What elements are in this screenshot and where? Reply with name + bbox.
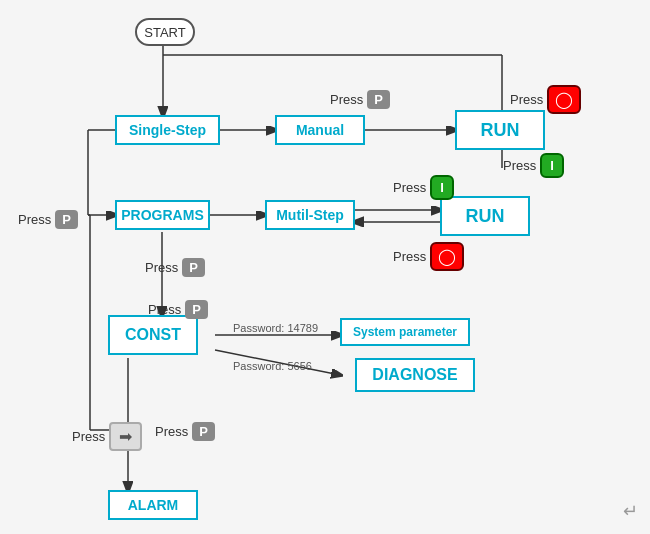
- manual-box: Manual: [275, 115, 365, 145]
- return-arrow: ↵: [623, 500, 638, 522]
- password-2: Password: 5656: [233, 360, 312, 372]
- run-mid-box: RUN: [440, 196, 530, 236]
- diagnose-box: DIAGNOSE: [355, 358, 475, 392]
- alarm-box: ALARM: [108, 490, 198, 520]
- p-button-left[interactable]: P: [55, 210, 78, 229]
- press-label-alarm: Press: [155, 424, 188, 439]
- press-p-left: Press P: [18, 210, 78, 229]
- press-label-green-top: Press: [503, 158, 536, 173]
- press-green-top: Press I: [503, 153, 564, 178]
- press-p-programs: Press P: [145, 258, 205, 277]
- press-red-top: Press ◯: [510, 85, 581, 114]
- press-label-const: Press: [148, 302, 181, 317]
- press-label-arrow: Press: [72, 429, 105, 444]
- mutil-step-box: Mutil-Step: [265, 200, 355, 230]
- p-button-const[interactable]: P: [185, 300, 208, 319]
- press-p-alarm: Press P: [155, 422, 215, 441]
- password-1: Password: 14789: [233, 322, 318, 334]
- start-box: START: [135, 18, 195, 46]
- diagram: START Single-Step Manual RUN PROGRAMS Mu…: [0, 0, 650, 534]
- run-top-box: RUN: [455, 110, 545, 150]
- press-label-red-top: Press: [510, 92, 543, 107]
- p-button-programs[interactable]: P: [182, 258, 205, 277]
- press-arrow-alarm: Press ➡: [72, 422, 142, 451]
- p-button-alarm[interactable]: P: [192, 422, 215, 441]
- press-p-const: Press P: [148, 300, 208, 319]
- press-label-red-mid: Press: [393, 249, 426, 264]
- green-button-mid[interactable]: I: [430, 175, 454, 200]
- programs-box: PROGRAMS: [115, 200, 210, 230]
- p-button-manual[interactable]: P: [367, 90, 390, 109]
- arrow-button[interactable]: ➡: [109, 422, 142, 451]
- system-param-box: System parameter: [340, 318, 470, 346]
- press-red-mid: Press ◯: [393, 242, 464, 271]
- press-p-manual: Press P: [330, 90, 390, 109]
- red-button-top[interactable]: ◯: [547, 85, 581, 114]
- red-button-mid[interactable]: ◯: [430, 242, 464, 271]
- press-label-green-mid: Press: [393, 180, 426, 195]
- const-box: CONST: [108, 315, 198, 355]
- press-green-mid: Press I: [393, 175, 454, 200]
- press-label-programs: Press: [145, 260, 178, 275]
- green-button-top[interactable]: I: [540, 153, 564, 178]
- press-label-left: Press: [18, 212, 51, 227]
- press-label-manual: Press: [330, 92, 363, 107]
- single-step-box: Single-Step: [115, 115, 220, 145]
